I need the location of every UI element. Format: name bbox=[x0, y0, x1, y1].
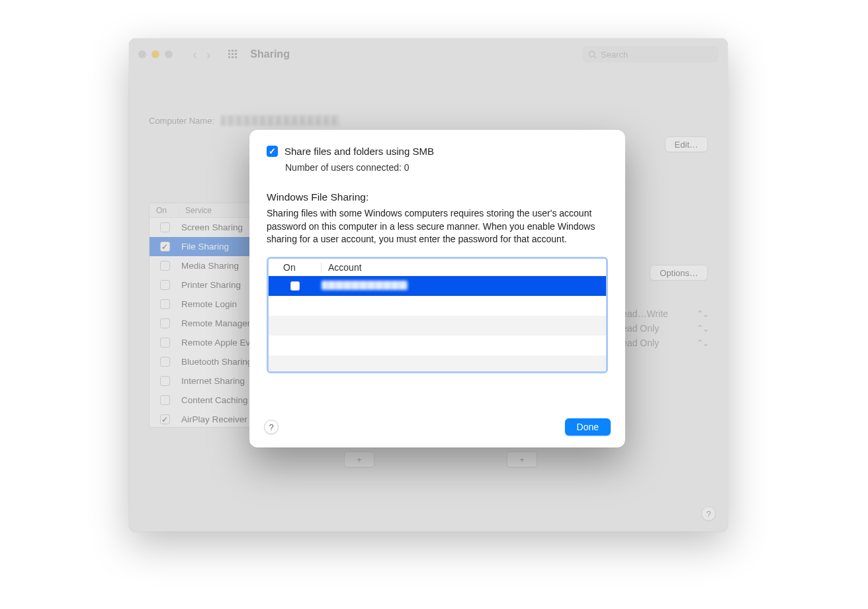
back-icon[interactable]: ‹ bbox=[193, 47, 197, 62]
account-row bbox=[269, 296, 606, 316]
forward-icon[interactable]: › bbox=[206, 47, 211, 62]
services-header-service: Service bbox=[180, 206, 212, 215]
zoom-window-dot[interactable] bbox=[165, 50, 173, 58]
service-checkbox[interactable] bbox=[160, 222, 170, 232]
search-input[interactable]: Search bbox=[583, 46, 718, 63]
service-label: Printer Sharing bbox=[180, 280, 241, 290]
svg-rect-1 bbox=[232, 50, 234, 52]
accounts-header-on: On bbox=[283, 262, 322, 273]
service-label: AirPlay Receiver bbox=[180, 414, 247, 424]
smb-checkbox-label: Share files and folders using SMB bbox=[284, 146, 434, 157]
service-checkbox[interactable] bbox=[160, 376, 170, 386]
account-checkbox[interactable] bbox=[290, 281, 300, 291]
account-row bbox=[269, 316, 606, 336]
svg-rect-6 bbox=[228, 56, 230, 58]
add-user-button[interactable]: + bbox=[507, 451, 537, 467]
account-row bbox=[269, 355, 606, 373]
computer-name-label: Computer Name: bbox=[149, 116, 214, 126]
computer-name-value[interactable]: ████████████ bbox=[221, 115, 340, 126]
service-label: Screen Sharing bbox=[180, 222, 243, 232]
service-checkbox[interactable] bbox=[160, 338, 170, 348]
permission-row[interactable]: Read Only⌃⌄ bbox=[615, 323, 708, 334]
windows-file-sharing-title: Windows File Sharing: bbox=[267, 191, 608, 203]
service-checkbox[interactable] bbox=[160, 395, 170, 405]
svg-rect-3 bbox=[228, 53, 230, 55]
svg-rect-0 bbox=[228, 50, 230, 52]
search-placeholder: Search bbox=[601, 50, 628, 60]
svg-rect-4 bbox=[232, 53, 234, 55]
service-checkbox[interactable] bbox=[160, 261, 170, 271]
service-label: Content Caching bbox=[180, 395, 248, 405]
smb-options-sheet: Share files and folders using SMB Number… bbox=[249, 130, 625, 447]
windows-file-sharing-desc: Sharing files with some Windows computer… bbox=[267, 207, 608, 246]
service-checkbox[interactable] bbox=[160, 242, 170, 252]
done-button[interactable]: Done bbox=[565, 418, 611, 436]
svg-rect-8 bbox=[235, 56, 237, 58]
permissions-list: Read…Write⌃⌄Read Only⌃⌄Read Only⌃⌄ bbox=[615, 308, 708, 348]
footer-controls: + + bbox=[344, 451, 537, 467]
minimize-window-dot[interactable] bbox=[152, 50, 159, 58]
sheet-help-button[interactable]: ? bbox=[264, 420, 279, 434]
service-label: Internet Sharing bbox=[180, 376, 245, 386]
permission-row[interactable]: Read Only⌃⌄ bbox=[615, 338, 708, 348]
service-checkbox[interactable] bbox=[160, 280, 170, 290]
accounts-table: On Account ████████████ bbox=[267, 257, 608, 373]
service-checkbox[interactable] bbox=[160, 318, 170, 328]
service-label: Media Sharing bbox=[180, 261, 239, 271]
service-label: Bluetooth Sharing bbox=[180, 357, 252, 367]
service-label: Remote Login bbox=[180, 299, 237, 309]
account-row[interactable]: ████████████ bbox=[269, 276, 606, 296]
chevron-updown-icon: ⌃⌄ bbox=[696, 338, 708, 348]
services-header-on: On bbox=[150, 206, 180, 215]
svg-line-10 bbox=[594, 56, 596, 58]
help-button[interactable]: ? bbox=[701, 506, 716, 521]
page-title: Sharing bbox=[250, 48, 290, 60]
edit-button[interactable]: Edit… bbox=[665, 136, 708, 152]
smb-checkbox[interactable] bbox=[267, 146, 278, 157]
service-checkbox[interactable] bbox=[160, 414, 170, 424]
nav-arrows: ‹ › bbox=[193, 47, 210, 62]
svg-rect-2 bbox=[235, 50, 237, 52]
service-checkbox[interactable] bbox=[160, 299, 170, 309]
options-button[interactable]: Options… bbox=[650, 265, 708, 281]
accounts-header-account: Account bbox=[322, 262, 362, 273]
chevron-updown-icon: ⌃⌄ bbox=[696, 308, 708, 319]
svg-rect-5 bbox=[235, 53, 237, 55]
close-window-dot[interactable] bbox=[138, 50, 146, 58]
titlebar: ‹ › Sharing Search bbox=[129, 38, 728, 70]
permission-row[interactable]: Read…Write⌃⌄ bbox=[615, 308, 708, 319]
add-folder-button[interactable]: + bbox=[344, 451, 374, 467]
svg-rect-7 bbox=[232, 56, 234, 58]
window-controls bbox=[138, 50, 173, 58]
account-name: ████████████ bbox=[322, 281, 408, 290]
search-icon bbox=[588, 50, 597, 59]
svg-point-9 bbox=[589, 51, 595, 56]
users-connected-text: Number of users connected: 0 bbox=[285, 162, 608, 173]
service-label: File Sharing bbox=[180, 242, 229, 252]
show-all-icon[interactable] bbox=[228, 49, 238, 60]
chevron-updown-icon: ⌃⌄ bbox=[696, 323, 708, 334]
account-row bbox=[269, 336, 606, 355]
service-checkbox[interactable] bbox=[160, 357, 170, 367]
accounts-header: On Account bbox=[269, 259, 606, 276]
computer-name-row: Computer Name: ████████████ bbox=[149, 113, 708, 128]
